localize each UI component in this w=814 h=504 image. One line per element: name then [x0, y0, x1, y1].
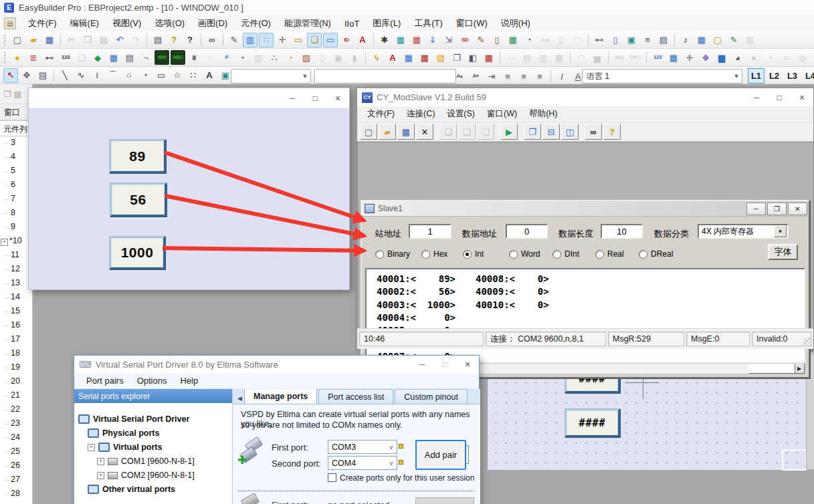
- menu-d[interactable]: 画图(D): [191, 15, 234, 31]
- window-tree-item-11[interactable]: ····11: [0, 250, 32, 263]
- radio-int[interactable]: Int: [463, 249, 484, 259]
- build-package-icon[interactable]: ⇲: [441, 33, 456, 47]
- pie-tool-icon[interactable]: ◔: [138, 68, 152, 83]
- meter-display-icon[interactable]: ◕: [730, 50, 745, 65]
- polyline-tool-icon[interactable]: ≀: [90, 68, 104, 83]
- group-library-icon[interactable]: ▤: [656, 33, 671, 47]
- minimize-button[interactable]: ─: [746, 203, 766, 215]
- undo-icon[interactable]: ↶: [112, 33, 127, 47]
- expand-icon[interactable]: +: [97, 472, 104, 479]
- ms-cascade-icon[interactable]: ❐: [524, 124, 541, 140]
- rectangle-tool-icon[interactable]: ▭: [154, 68, 169, 83]
- line-tool-icon[interactable]: ╲: [58, 68, 72, 83]
- vspd-tree-virtual[interactable]: Virtual Serial Port Driver: [78, 413, 189, 425]
- menu-f[interactable]: 文件(F): [361, 107, 401, 121]
- close-button[interactable]: ×: [326, 88, 349, 108]
- tab-scroll-left-icon[interactable]: ◀: [235, 392, 244, 404]
- expand-icon[interactable]: −: [88, 444, 95, 451]
- menu-options[interactable]: Options: [130, 374, 174, 387]
- comment-icon[interactable]: ▭: [323, 33, 338, 47]
- preview-icon[interactable]: ◔: [522, 33, 536, 47]
- context-help-icon[interactable]: ?: [183, 33, 197, 47]
- find-icon[interactable]: ∞: [205, 33, 219, 47]
- close-button[interactable]: ×: [456, 356, 479, 373]
- language-combo[interactable]: 语言 1▼: [582, 69, 742, 84]
- menu-iiot[interactable]: IIoT: [338, 17, 366, 31]
- state-combo[interactable]: ▼: [231, 69, 311, 84]
- layer-button-l1[interactable]: L1: [748, 68, 765, 84]
- barcode-icon[interactable]: |||: [187, 50, 201, 65]
- station-address-input[interactable]: 1: [409, 224, 451, 239]
- window-tree-item-19[interactable]: ····19: [0, 362, 32, 376]
- document-icon[interactable]: ▯: [490, 33, 504, 47]
- com-plug-icon[interactable]: ⊷: [592, 33, 607, 47]
- bit-lamp-icon[interactable]: ●: [10, 50, 25, 65]
- ms-about-icon[interactable]: ?: [603, 124, 621, 140]
- dropdown-arrow-icon[interactable]: ▼: [774, 225, 787, 237]
- paint-icon[interactable]: ▨: [299, 50, 314, 65]
- scale-tool-icon[interactable]: ∷: [186, 68, 201, 83]
- window-tree-item-5[interactable]: ····5: [0, 166, 32, 179]
- backup-element-icon[interactable]: ◧: [466, 50, 480, 65]
- text-tool-icon[interactable]: A: [202, 68, 217, 83]
- ms-find-icon[interactable]: ∞: [585, 124, 602, 140]
- minimize-button[interactable]: ─: [281, 88, 304, 108]
- window-tree-item-28[interactable]: ····28: [0, 489, 32, 502]
- tab-port-access-list[interactable]: Port access list: [318, 389, 393, 404]
- window-tree-item-4[interactable]: ····4: [0, 152, 32, 165]
- event-bar-icon[interactable]: ▤: [433, 50, 448, 65]
- text-indent-icon[interactable]: ⇥: [484, 69, 499, 84]
- numeric-element-icon[interactable]: 123: [58, 50, 73, 65]
- properties-tool-icon[interactable]: ▤: [35, 68, 50, 83]
- grid-toggle-icon[interactable]: ∷: [259, 33, 274, 47]
- move-element-icon[interactable]: ✛: [682, 50, 697, 65]
- menu-f[interactable]: 文件(F): [21, 15, 64, 31]
- compile-icon[interactable]: ✱: [377, 33, 392, 47]
- radio-word[interactable]: Word: [509, 249, 540, 259]
- window-tree-item-13[interactable]: ····13: [0, 278, 32, 291]
- help-icon[interactable]: ?: [167, 33, 181, 47]
- layers-icon[interactable]: ❏: [307, 33, 322, 47]
- text-element-icon[interactable]: A: [385, 50, 400, 65]
- toggle-switch-icon[interactable]: ⊷: [42, 50, 57, 65]
- vspd-tree-virtual[interactable]: −Virtual ports: [88, 441, 162, 453]
- font-smaller-icon[interactable]: A▾: [468, 69, 483, 84]
- vspd-tree-com2[interactable]: +COM2 [9600-N-8-1]: [97, 469, 195, 481]
- function-key-icon[interactable]: ·F: [219, 50, 233, 65]
- memo-pad-icon[interactable]: ✎: [726, 33, 741, 47]
- menu-w[interactable]: 窗口(W): [449, 15, 494, 31]
- font-button[interactable]: 字体: [768, 244, 798, 260]
- radio-circle-icon[interactable]: [595, 250, 604, 259]
- offline-simulation-icon[interactable]: ▦: [409, 33, 424, 47]
- clock-icon[interactable]: ◔: [235, 50, 249, 65]
- data-category-combo[interactable]: 4X 内部寄存器 ▼: [698, 224, 789, 239]
- menu-w[interactable]: 窗口(W): [481, 107, 523, 121]
- object-name-field[interactable]: [314, 69, 456, 84]
- data-address-input[interactable]: 0: [506, 224, 548, 239]
- close-button[interactable]: ✕: [788, 203, 807, 215]
- sd-card-icon[interactable]: SD: [457, 33, 472, 47]
- switch-monitor-icon[interactable]: ▦: [666, 50, 681, 65]
- text-color-icon[interactable]: A: [355, 33, 370, 47]
- recipe-icon[interactable]: ∴: [267, 50, 282, 65]
- radio-circle-icon[interactable]: [639, 250, 647, 259]
- menu-s[interactable]: 设置(S): [441, 107, 481, 121]
- second-port-combo[interactable]: COM4∨: [328, 456, 397, 470]
- word-lamp-icon[interactable]: ≣: [26, 50, 41, 65]
- menu-t[interactable]: 工具(T): [407, 15, 449, 31]
- window-tree-item-26[interactable]: ····26: [0, 461, 32, 474]
- simulated-numeric-element[interactable]: 1000: [109, 236, 165, 269]
- menu-v[interactable]: 视图(V): [106, 15, 148, 31]
- window-tree-item-21[interactable]: ····21: [0, 390, 32, 404]
- print-icon[interactable]: ▤: [150, 33, 165, 47]
- online-simulation-icon[interactable]: ▦: [393, 33, 408, 47]
- align-left-icon[interactable]: ≡: [500, 69, 515, 84]
- window-rect-icon[interactable]: ▭: [291, 33, 306, 47]
- edit-macro-icon[interactable]: ✎: [474, 33, 488, 47]
- font-larger-icon[interactable]: A▴: [452, 69, 467, 84]
- align-center-icon[interactable]: ≡: [516, 69, 531, 84]
- window-panel-header[interactable]: 窗口: [0, 104, 32, 120]
- ms-tile-vertical-icon[interactable]: ◫: [561, 124, 579, 140]
- first-port-combo[interactable]: COM3∨: [328, 440, 397, 454]
- session-checkbox[interactable]: [328, 473, 336, 482]
